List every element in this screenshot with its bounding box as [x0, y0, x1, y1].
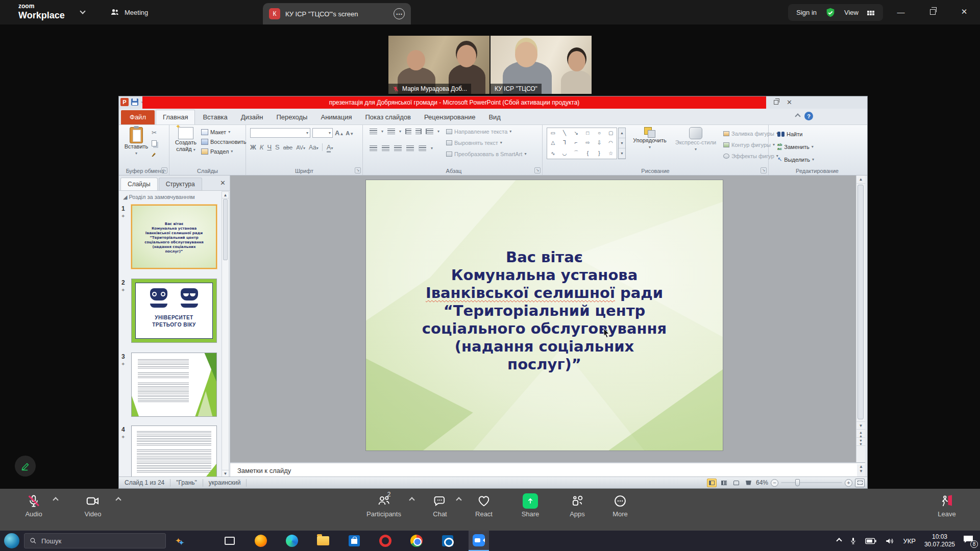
underline-button[interactable]: Ч — [267, 143, 272, 151]
slide-thumbnail-2[interactable]: УНІВЕРСИТЕТ ТРЕТЬОГО ВІКУ — [131, 279, 217, 343]
transition-star-icon[interactable]: ✦ — [121, 213, 125, 219]
search-highlights-icon[interactable]: ✦ — [175, 536, 182, 545]
shape-icon[interactable]: ⌐ — [575, 140, 578, 145]
decrease-indent-icon[interactable] — [405, 129, 411, 134]
notes-area[interactable]: Заметки к слайду ▲▼ — [230, 462, 865, 478]
video-participant-2[interactable]: КУ ІСР "ТЦСО" — [491, 36, 592, 94]
powerpoint-app-icon[interactable]: P — [120, 98, 129, 106]
more-options-icon[interactable]: ⋯ — [394, 8, 405, 19]
shape-icon[interactable]: △ — [551, 140, 555, 145]
italic-button[interactable]: К — [260, 143, 264, 151]
numbering-icon[interactable] — [387, 129, 395, 134]
tray-expand-icon[interactable] — [837, 538, 842, 543]
smartart-button[interactable]: Преобразовать в SmartArt▾ — [446, 149, 526, 159]
scroll-up-icon[interactable]: ▲ — [856, 176, 865, 184]
video-participant-1[interactable]: Марія Мурадова Доб... — [388, 36, 489, 94]
arrange-button[interactable]: Упорядочить ▾ — [630, 127, 669, 151]
zoom-percent[interactable]: 64% — [756, 479, 768, 486]
scroll-up-icon[interactable]: ▲ — [619, 128, 625, 138]
character-spacing-button[interactable]: AV▾ — [296, 144, 305, 151]
tab-transitions[interactable]: Переходы — [270, 110, 314, 124]
shrink-font-button[interactable]: А▼ — [346, 130, 354, 136]
chevron-down-icon[interactable] — [80, 8, 85, 14]
align-left-icon[interactable] — [370, 145, 377, 151]
clock[interactable]: 10:03 30.07.2025 — [924, 533, 955, 548]
slide-thumbnail-1[interactable]: Вас вітаєКомунальна установа Іванківсько… — [131, 205, 217, 269]
shape-icon[interactable]: ▢ — [608, 130, 613, 136]
tab-design[interactable]: Дизайн — [234, 110, 270, 124]
restore-button[interactable] — [917, 0, 948, 23]
copy-icon[interactable] — [152, 140, 157, 146]
font-color-button[interactable]: А▾ — [322, 143, 333, 151]
shape-icon[interactable]: ◠ — [608, 140, 613, 145]
change-case-button[interactable]: Aa▾ — [309, 144, 318, 151]
search-input[interactable]: Пошук — [24, 533, 166, 548]
tab-file[interactable]: Файл — [121, 110, 155, 124]
slide-title-text[interactable]: Вас вітає Комунальна установа Іванківськ… — [381, 248, 707, 373]
shape-icon[interactable]: ∿ — [551, 151, 555, 156]
shape-icon[interactable]: ▭ — [551, 130, 555, 136]
scroll-down-icon[interactable]: ▼ — [619, 138, 625, 148]
font-name-select[interactable]: ▾ — [250, 128, 310, 138]
bullets-icon[interactable] — [370, 129, 377, 134]
normal-view-button[interactable] — [707, 479, 717, 487]
task-view-button[interactable] — [219, 531, 240, 551]
annotate-button[interactable] — [15, 456, 36, 477]
shape-icon[interactable]: □ — [586, 130, 589, 136]
speaker-icon[interactable] — [885, 537, 894, 545]
tab-animations[interactable]: Анимация — [314, 110, 358, 124]
pane-tab-outline[interactable]: Структура — [159, 178, 202, 190]
scroll-down-icon[interactable]: ▼ — [222, 470, 229, 477]
pane-close-icon[interactable]: ✕ — [220, 179, 226, 187]
status-slide-count[interactable]: Слайд 1 из 24 — [119, 479, 170, 487]
tab-meeting[interactable]: Meeting — [110, 0, 148, 24]
shape-icon[interactable]: ⇩ — [597, 140, 601, 145]
zoom-out-button[interactable]: − — [771, 479, 778, 487]
notes-scrollbar[interactable]: ▲▼ — [857, 464, 865, 478]
shape-icon[interactable]: ⌒ — [574, 149, 579, 157]
taskbar-app-explorer[interactable] — [313, 531, 333, 551]
status-language[interactable]: украинский — [203, 479, 247, 487]
scrollbar-thumb[interactable] — [223, 199, 228, 260]
align-right-icon[interactable] — [394, 145, 402, 151]
paste-button[interactable]: Вставить ▾ — [124, 127, 149, 157]
dialog-launcher-icon[interactable]: ↘ — [161, 167, 167, 173]
notification-center-button[interactable]: 8 — [964, 536, 976, 546]
taskbar-app-zoom[interactable] — [469, 531, 489, 551]
dialog-launcher-icon[interactable]: ↘ — [534, 167, 541, 173]
audio-button[interactable]: Audio — [6, 493, 62, 518]
text-direction-button[interactable]: Направление текста▾ — [446, 127, 526, 136]
transition-star-icon[interactable]: ✦ — [121, 361, 125, 367]
align-text-button[interactable]: Выровнять текст▾ — [446, 138, 526, 147]
tab-view[interactable]: Вид — [482, 110, 507, 124]
battery-icon[interactable] — [865, 538, 876, 544]
shapes-gallery[interactable]: ▭╲↘□○▢ △Ꞁ⌐⇨⇩◠ ∿◡⌒{}☆ — [547, 128, 617, 159]
sign-in-button[interactable]: Sign in — [796, 9, 817, 16]
shape-icon[interactable]: ○ — [598, 130, 601, 136]
shape-icon[interactable]: ↘ — [574, 130, 578, 136]
tab-review[interactable]: Рецензирование — [418, 110, 482, 124]
replace-button[interactable]: abacЗаменить▾ — [777, 142, 814, 152]
shape-icon[interactable]: ☆ — [608, 151, 613, 156]
align-center-icon[interactable] — [382, 145, 389, 151]
more-shapes-icon[interactable]: ▼ — [619, 148, 625, 159]
taskbar-app-outlook[interactable] — [437, 531, 458, 551]
grow-font-button[interactable]: А▲ — [335, 129, 344, 137]
strikethrough-button[interactable]: abe — [283, 144, 292, 151]
help-icon[interactable]: ? — [804, 112, 813, 120]
tab-slideshow[interactable]: Показ слайдов — [359, 110, 418, 124]
tab-insert[interactable]: Вставка — [196, 110, 234, 124]
taskbar-app-opera[interactable] — [375, 531, 396, 551]
slide-thumbnail-4[interactable] — [131, 425, 217, 478]
taskbar-app-chrome[interactable] — [406, 531, 427, 551]
select-button[interactable]: ↖Выделить▾ — [777, 155, 814, 164]
shape-icon[interactable]: ⇨ — [585, 140, 590, 145]
zoom-slider[interactable] — [781, 482, 842, 484]
shape-icon[interactable]: { — [587, 151, 589, 156]
shapes-gallery-scroll[interactable]: ▲▼▼ — [618, 128, 626, 159]
taskbar-app-firefox[interactable] — [251, 531, 271, 551]
find-button[interactable]: Найти — [777, 129, 814, 139]
scroll-up-icon[interactable]: ▲ — [222, 192, 229, 198]
scrollbar-thumb[interactable] — [857, 185, 864, 419]
slide-canvas[interactable]: Вас вітає Комунальна установа Іванківськ… — [366, 180, 723, 450]
